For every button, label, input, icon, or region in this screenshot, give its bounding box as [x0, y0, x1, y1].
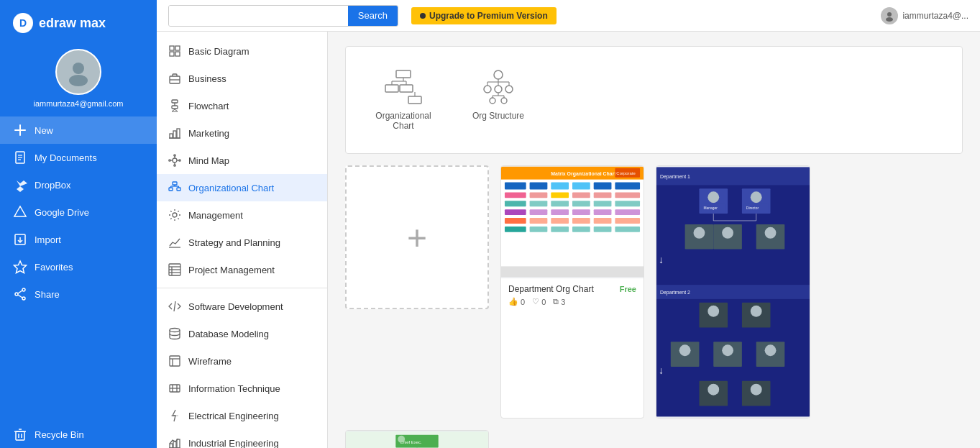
menu-item-database[interactable]: Database Modeling [157, 320, 327, 347]
menu-wireframe-label: Wireframe [188, 356, 232, 367]
svg-point-3 [69, 75, 88, 86]
svg-rect-130 [615, 209, 640, 215]
user-profile[interactable]: iammurtaza4@... [881, 7, 968, 24]
menu-item-industrial[interactable]: Industrial Engineering [157, 429, 327, 448]
sidebar-item-new[interactable]: New [0, 116, 157, 144]
new-icon [13, 123, 27, 137]
template-icon-org-structure[interactable]: Org Structure [455, 61, 541, 139]
sidebar-item-my-documents[interactable]: My Documents [0, 144, 157, 171]
info-icon [168, 382, 181, 395]
menu-project-label: Project Management [188, 265, 275, 275]
dept-org-info: Department Org Chart Free 👍 0 ♡ 0 ⧉ 3 [501, 278, 644, 311]
svg-point-18 [22, 297, 25, 300]
avatar [55, 49, 101, 95]
sidebar-item-dropbox[interactable]: DropBox [0, 171, 157, 198]
svg-point-148 [707, 191, 719, 203]
template-card-matrix-org[interactable]: Department 1 Manager Director [656, 165, 810, 419]
svg-rect-50 [169, 188, 173, 191]
menu-item-marketing[interactable]: Marketing [157, 119, 327, 147]
svg-point-89 [495, 86, 502, 93]
svg-rect-135 [594, 218, 612, 224]
sidebar-item-share[interactable]: Share [0, 280, 157, 308]
briefcase-icon [168, 72, 181, 85]
flowchart-icon [168, 99, 181, 112]
svg-rect-139 [551, 227, 569, 232]
sidebar-item-import[interactable]: Import [0, 226, 157, 253]
svg-point-90 [505, 86, 513, 93]
menu-item-mind-map[interactable]: Mind Map [157, 147, 327, 174]
user-email: iammurtaza4@gmail.com [28, 99, 129, 108]
svg-point-16 [22, 288, 25, 291]
settings-icon [168, 209, 181, 221]
svg-rect-127 [551, 209, 569, 215]
svg-rect-79 [385, 85, 398, 92]
svg-point-177 [707, 384, 719, 396]
template-icons-row: Organizational Chart Org Struc [345, 46, 963, 154]
app-name: edraw max [39, 16, 106, 31]
dept-copies: ⧉ 3 [553, 297, 565, 306]
upgrade-button[interactable]: Upgrade to Premium Version [411, 7, 557, 24]
svg-point-185 [398, 436, 405, 443]
svg-rect-114 [530, 192, 548, 198]
template-icon-org-chart[interactable]: Organizational Chart [360, 61, 447, 139]
svg-point-0 [887, 12, 892, 17]
svg-rect-76 [177, 439, 180, 448]
svg-rect-113 [505, 192, 526, 198]
svg-rect-133 [551, 218, 569, 224]
new-template-card[interactable]: + [345, 165, 489, 309]
menu-divider [157, 288, 327, 288]
menu-basic-diagram-label: Basic Diagram [188, 46, 249, 57]
menu-item-org-chart[interactable]: Organizational Chart [157, 174, 327, 201]
svg-line-64 [174, 301, 175, 311]
dept-org-stats: 👍 0 ♡ 0 ⧉ 3 [508, 297, 636, 306]
menu-info-label: Information Technique [188, 383, 280, 394]
menu-item-electrical[interactable]: Electrical Engineering [157, 402, 327, 429]
svg-line-19 [18, 291, 22, 293]
menu-item-strategy[interactable]: Strategy and Planning [157, 229, 327, 256]
sidebar-item-favorites[interactable]: Favorites [0, 253, 157, 280]
svg-rect-75 [173, 442, 176, 448]
database-icon [168, 327, 181, 340]
template-card-dept-org[interactable]: Matrix Organizational Chart Corporate [500, 165, 644, 419]
search-input[interactable] [169, 6, 348, 26]
svg-rect-108 [530, 183, 548, 190]
electrical-icon [168, 409, 181, 422]
svg-rect-74 [170, 444, 173, 448]
svg-rect-123 [594, 201, 612, 206]
search-button[interactable]: Search [348, 6, 398, 26]
org-structure-label: Org Structure [472, 111, 524, 121]
main-content: Organizational Chart Org Struc [328, 32, 980, 448]
svg-text:Department 2: Department 2 [660, 290, 690, 296]
user-label: iammurtaza4@... [902, 11, 968, 21]
menu-item-info-tech[interactable]: Information Technique [157, 375, 327, 402]
sidebar-nav: New My Documents DropBox Google Drive Im… [0, 116, 157, 308]
svg-point-179 [751, 384, 762, 396]
templates-grid: + Matrix Organizational Chart Corporate [345, 165, 963, 448]
svg-rect-137 [505, 227, 526, 232]
mind-map-icon [168, 154, 181, 167]
menu-item-project[interactable]: Project Management [157, 256, 327, 283]
matrix-org-preview: Department 1 Manager Director [656, 166, 810, 418]
menu-item-flowchart[interactable]: Flowchart [157, 92, 327, 119]
document-icon [13, 150, 27, 165]
sidebar-item-recycle-bin[interactable]: Recycle Bin [0, 421, 157, 448]
menu-item-software[interactable]: Software Development [157, 293, 327, 320]
svg-rect-26 [170, 46, 174, 50]
template-card-market-org[interactable]: Chief Exec. VP Sales VP Mktg VP Ops [345, 430, 489, 448]
svg-rect-38 [177, 129, 180, 138]
svg-rect-129 [594, 209, 612, 215]
menu-item-business[interactable]: Business [157, 65, 327, 92]
svg-point-173 [722, 344, 733, 356]
svg-rect-21 [16, 431, 24, 440]
sidebar-drive-label: Google Drive [35, 207, 89, 218]
menu-item-management[interactable]: Management [157, 201, 327, 229]
svg-rect-116 [572, 192, 590, 198]
sidebar-item-google-drive[interactable]: Google Drive [0, 198, 157, 226]
menu-item-wireframe[interactable]: Wireframe [157, 347, 327, 375]
menu-item-basic-diagram[interactable]: Basic Diagram [157, 37, 327, 65]
wireframe-icon [168, 355, 181, 367]
svg-point-88 [484, 86, 491, 93]
svg-point-152 [751, 191, 762, 203]
svg-rect-115 [551, 192, 569, 198]
drive-icon [13, 205, 27, 219]
